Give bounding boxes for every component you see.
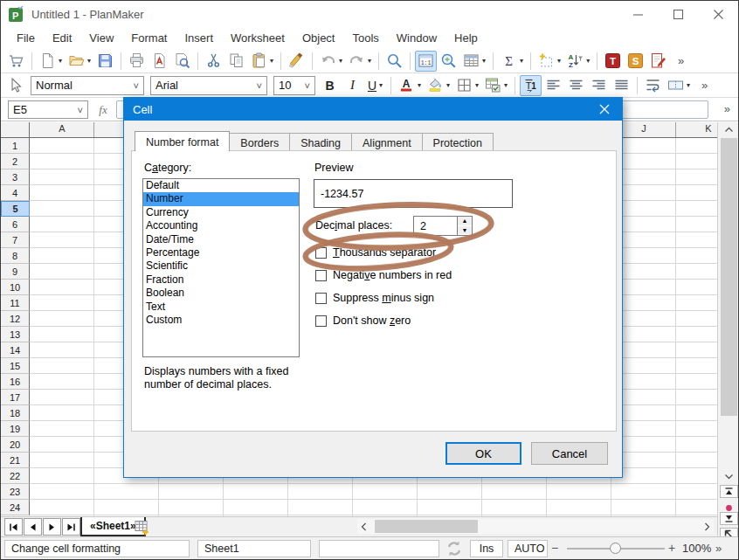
first-sheet-icon[interactable] bbox=[4, 518, 23, 536]
align-right-icon[interactable] bbox=[588, 75, 610, 96]
zoom-in-icon[interactable]: + bbox=[668, 541, 675, 555]
underline-icon[interactable]: U▾ bbox=[364, 75, 386, 96]
column-header-K[interactable]: K bbox=[701, 123, 715, 134]
sort-filter-icon[interactable]: AZ▾ bbox=[564, 51, 592, 72]
edit-pdf-icon[interactable] bbox=[647, 51, 669, 72]
column-header-J[interactable]: J bbox=[637, 123, 651, 134]
undo-icon[interactable]: ▾ bbox=[317, 51, 345, 72]
category-item-date-time[interactable]: Date/Time bbox=[143, 233, 299, 246]
select-all-corner[interactable] bbox=[1, 122, 30, 138]
align-center-icon[interactable] bbox=[565, 75, 587, 96]
vertical-scroll-thumb[interactable] bbox=[721, 138, 737, 416]
bold-icon[interactable]: B bbox=[319, 75, 341, 96]
shopping-cart-icon[interactable] bbox=[5, 51, 27, 72]
category-item-default[interactable]: Default bbox=[143, 179, 299, 192]
menu-item-file[interactable]: File bbox=[8, 29, 44, 47]
dialog-close-icon[interactable] bbox=[587, 98, 622, 121]
copy-icon[interactable] bbox=[225, 51, 247, 72]
row-header-20[interactable]: 20 bbox=[1, 437, 30, 453]
category-item-custom[interactable]: Custom bbox=[143, 314, 299, 327]
print-icon[interactable] bbox=[126, 51, 148, 72]
browse-object-dot-icon[interactable] bbox=[724, 501, 734, 510]
prev-sheet-icon[interactable] bbox=[24, 518, 42, 536]
category-item-accounting[interactable]: Accounting bbox=[143, 219, 299, 232]
scroll-down-icon[interactable] bbox=[720, 470, 738, 483]
softmaker-basics-icon[interactable]: S bbox=[625, 51, 646, 72]
font-size-combobox[interactable]: 10˅ bbox=[273, 76, 315, 95]
open-file-icon[interactable]: ▾ bbox=[66, 51, 93, 72]
zoom-out-icon[interactable]: − bbox=[551, 541, 558, 555]
tab-shading[interactable]: Shading bbox=[289, 133, 352, 151]
checkbox-box[interactable] bbox=[315, 293, 327, 304]
menu-item-object[interactable]: Object bbox=[294, 29, 344, 47]
checkbox-box[interactable] bbox=[315, 247, 327, 259]
horizontal-scroll-thumb[interactable] bbox=[375, 520, 478, 533]
menu-item-view[interactable]: View bbox=[80, 29, 122, 47]
fill-color-icon[interactable]: ▾ bbox=[425, 75, 452, 96]
row-header-19[interactable]: 19 bbox=[1, 421, 30, 437]
add-sheet-icon[interactable] bbox=[132, 518, 153, 536]
row-header-9[interactable]: 9 bbox=[1, 264, 30, 280]
menu-item-edit[interactable]: Edit bbox=[44, 29, 80, 47]
tab-borders[interactable]: Borders bbox=[229, 133, 290, 151]
row-header-16[interactable]: 16 bbox=[1, 374, 30, 390]
print-preview-icon[interactable] bbox=[171, 51, 193, 72]
scroll-right-icon[interactable] bbox=[700, 519, 714, 534]
row-header-17[interactable]: 17 bbox=[1, 390, 30, 405]
checkbox-box[interactable] bbox=[315, 270, 327, 281]
spin-down-icon[interactable]: ▼ bbox=[458, 226, 472, 236]
maximize-button[interactable] bbox=[658, 1, 698, 27]
tab-number-format[interactable]: Number format bbox=[135, 131, 230, 151]
borders-icon[interactable]: ▾ bbox=[453, 75, 481, 96]
export-pdf-icon[interactable] bbox=[148, 51, 170, 72]
row-header-2[interactable]: 2 bbox=[1, 154, 30, 169]
format-paintbrush-icon[interactable] bbox=[286, 51, 307, 72]
category-item-text[interactable]: Text bbox=[143, 301, 299, 314]
row-header-23[interactable]: 23 bbox=[1, 484, 30, 500]
text-orientation-icon[interactable]: T1 bbox=[520, 75, 542, 96]
decimal-places-field[interactable]: 2 ▲ ▼ bbox=[413, 216, 473, 236]
row-header-4[interactable]: 4 bbox=[1, 185, 30, 201]
row-header-15[interactable]: 15 bbox=[1, 358, 30, 374]
checkbox-suppress-minus-sign[interactable]: Suppress minus sign bbox=[315, 291, 434, 305]
insert-mode-indicator[interactable]: Ins bbox=[470, 540, 503, 557]
overflow-icon[interactable]: » bbox=[694, 75, 715, 96]
object-pointer-icon[interactable] bbox=[5, 75, 27, 96]
cell-reference-box[interactable]: E5 ˅ bbox=[8, 100, 88, 119]
menu-item-tools[interactable]: Tools bbox=[343, 29, 387, 47]
tab-alignment[interactable]: Alignment bbox=[351, 133, 423, 151]
last-sheet-icon[interactable] bbox=[62, 518, 80, 536]
search-icon[interactable] bbox=[383, 51, 405, 72]
checkbox-don-t-show-zero[interactable]: Don't show zero bbox=[315, 314, 411, 328]
redo-icon[interactable]: ▾ bbox=[346, 51, 374, 72]
cell-style-combobox[interactable]: Normal˅ bbox=[31, 76, 144, 95]
category-item-fraction[interactable]: Fraction bbox=[143, 273, 299, 287]
vertical-scrollbar[interactable] bbox=[717, 122, 739, 536]
horizontal-scrollbar[interactable] bbox=[357, 519, 714, 534]
row-header-21[interactable]: 21 bbox=[1, 453, 30, 468]
scroll-up-icon[interactable] bbox=[720, 123, 738, 136]
tab-protection[interactable]: Protection bbox=[422, 133, 494, 151]
category-item-boolean[interactable]: Boolean bbox=[143, 287, 299, 300]
zoom-page-icon[interactable] bbox=[438, 51, 459, 72]
checkbox-thousands-separator[interactable]: Thousands separator bbox=[315, 245, 436, 259]
menu-item-insert[interactable]: Insert bbox=[176, 29, 222, 47]
close-button[interactable] bbox=[698, 1, 738, 27]
row-header-24[interactable]: 24 bbox=[1, 500, 30, 515]
category-item-percentage[interactable]: Percentage bbox=[143, 246, 299, 259]
checkbox-box[interactable] bbox=[315, 315, 327, 327]
textmaker-icon[interactable]: T bbox=[602, 51, 624, 72]
minimize-button[interactable] bbox=[618, 1, 658, 27]
statusbar-overflow-icon[interactable]: » bbox=[715, 542, 722, 555]
row-header-14[interactable]: 14 bbox=[1, 342, 30, 358]
sync-icon[interactable] bbox=[445, 540, 464, 557]
spin-up-icon[interactable]: ▲ bbox=[458, 217, 472, 226]
insert-table-icon[interactable]: ▾ bbox=[460, 51, 488, 72]
calc-mode-indicator[interactable]: AUTO bbox=[508, 540, 548, 557]
font-color-icon[interactable]: A▾ bbox=[396, 75, 424, 96]
new-document-icon[interactable]: ▾ bbox=[37, 51, 65, 72]
row-header-13[interactable]: 13 bbox=[1, 327, 30, 342]
menu-item-format[interactable]: Format bbox=[122, 29, 176, 47]
justify-icon[interactable] bbox=[611, 75, 632, 96]
ok-button[interactable]: OK bbox=[445, 442, 521, 465]
